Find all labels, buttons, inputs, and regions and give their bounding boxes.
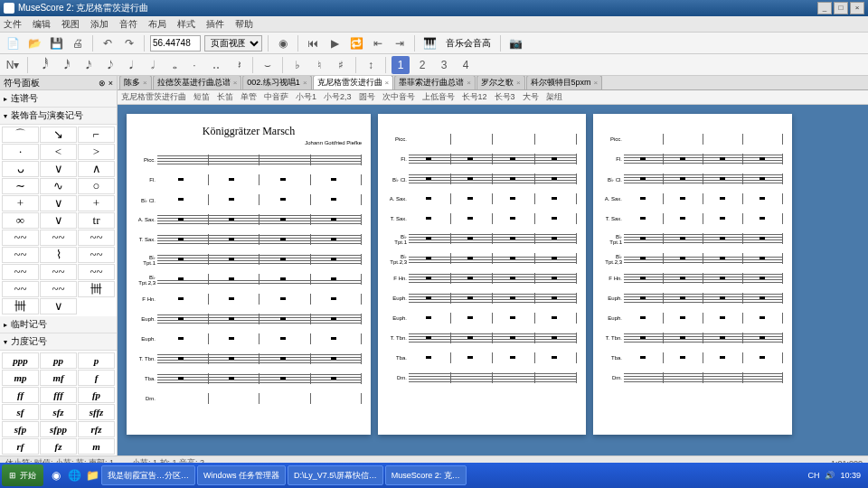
dynamic-m[interactable]: m <box>78 438 115 455</box>
ornament-23[interactable]: ~~ <box>78 247 115 263</box>
tray-icon[interactable]: 🔊 <box>825 471 835 480</box>
dynamic-p[interactable]: p <box>78 352 115 369</box>
part-单管[interactable]: 单管 <box>241 91 257 103</box>
voice-3-button[interactable]: 3 <box>435 56 453 74</box>
concert-pitch-button[interactable]: 音乐会音高 <box>442 37 495 50</box>
part-长笛[interactable]: 长笛 <box>217 91 233 103</box>
metronome-icon[interactable]: ◉ <box>274 34 292 52</box>
ornament-4[interactable]: < <box>40 144 77 160</box>
zoom-input[interactable] <box>150 35 201 52</box>
dynamic-fff[interactable]: fff <box>40 387 77 403</box>
menu-edit[interactable]: 编辑 <box>33 18 51 31</box>
part-短笛[interactable]: 短笛 <box>193 91 210 103</box>
tab-close-icon[interactable]: × <box>233 79 238 87</box>
quick-launch-2[interactable]: 🌐 <box>65 466 83 484</box>
part-小号2,3[interactable]: 小号2,3 <box>324 91 352 103</box>
ornament-0[interactable]: ⌒ <box>2 127 39 143</box>
double-dot-icon[interactable]: ‥ <box>207 56 225 74</box>
tab-科尔顿特目5pxm[interactable]: 科尔顿特目5pxm× <box>526 76 603 89</box>
dynamic-f[interactable]: f <box>78 370 115 386</box>
new-file-icon[interactable]: 📄 <box>4 34 22 52</box>
dynamic-rfz[interactable]: rfz <box>78 421 115 437</box>
tab-拉德茨基进行曲总谱[interactable]: 拉德茨基进行曲总谱× <box>153 76 242 89</box>
dynamic-ff[interactable]: ff <box>2 387 39 403</box>
palette-section-dynamics[interactable]: 力度记号 <box>0 333 117 351</box>
ornament-2[interactable]: ⌐ <box>78 127 115 143</box>
voice-2-button[interactable]: 2 <box>413 56 431 74</box>
note-16-icon[interactable]: 𝅘𝅥𝅯 <box>77 56 95 74</box>
part-长号12[interactable]: 长号12 <box>462 91 487 103</box>
dynamic-fp[interactable]: fp <box>78 387 115 403</box>
ornament-1[interactable]: ↘ <box>40 127 77 143</box>
tab-close-icon[interactable]: × <box>385 79 390 87</box>
dynamic-sfpp[interactable]: sfpp <box>40 421 77 437</box>
note-64-icon[interactable]: 𝅘𝅥𝅱 <box>33 56 52 74</box>
dynamic-mp[interactable]: mp <box>2 370 39 386</box>
ornament-15[interactable]: ∞ <box>2 212 39 229</box>
ornament-14[interactable]: + <box>78 195 115 211</box>
ornament-6[interactable]: ᴗ <box>2 161 39 177</box>
dynamic-ppp[interactable]: ppp <box>2 352 39 369</box>
sharp-icon[interactable]: ♯ <box>332 56 350 74</box>
tab-002.练习视唱1[interactable]: 002.练习视唱1× <box>242 76 311 89</box>
print-icon[interactable]: 🖨 <box>69 34 87 52</box>
score-viewport[interactable]: Königgrätzer Marsch Johann Gottfried Pie… <box>118 105 868 455</box>
tab-陈多[interactable]: 陈多× <box>119 76 152 89</box>
redo-icon[interactable]: ↷ <box>120 34 138 52</box>
menu-help[interactable]: 帮助 <box>235 18 253 31</box>
ornament-12[interactable]: + <box>2 195 39 211</box>
rewind-icon[interactable]: ⏮ <box>304 34 322 52</box>
ornament-19[interactable]: ~~ <box>40 230 77 246</box>
note-2-icon[interactable]: 𝅗𝅥 <box>142 56 160 74</box>
minimize-button[interactable]: _ <box>817 2 832 14</box>
ornament-28[interactable]: ~~ <box>40 281 77 297</box>
save-icon[interactable]: 💾 <box>47 34 65 52</box>
voice-4-button[interactable]: 4 <box>457 56 475 74</box>
palette-section-clefs[interactable]: 连谱号 <box>0 90 117 108</box>
dynamic-sfz[interactable]: sfz <box>40 404 77 420</box>
voice-1-button[interactable]: 1 <box>392 56 410 74</box>
menu-view[interactable]: 视图 <box>61 18 80 31</box>
start-button[interactable]: ⊞ 开始 <box>2 465 43 486</box>
ornament-7[interactable]: ∨ <box>40 161 77 177</box>
quick-launch-1[interactable]: ◉ <box>47 466 65 484</box>
part-上低音号[interactable]: 上低音号 <box>422 91 455 103</box>
ornament-25[interactable]: ~~ <box>40 264 77 280</box>
menu-file[interactable]: 文件 <box>4 18 22 31</box>
palette-close-icon[interactable]: ⊗ × <box>99 79 113 88</box>
flip-icon[interactable]: ↕ <box>362 56 380 74</box>
tab-close-icon[interactable]: × <box>467 79 471 87</box>
part-小号1[interactable]: 小号1 <box>296 91 316 103</box>
note-input-icon[interactable]: N▾ <box>4 56 22 74</box>
close-button[interactable]: × <box>850 2 864 14</box>
ornament-26[interactable]: ~~ <box>78 264 115 280</box>
palette-section-time[interactable]: 临时记号 <box>0 316 117 333</box>
maximize-button[interactable]: □ <box>834 2 848 14</box>
part-次中音号[interactable]: 次中音号 <box>382 91 415 103</box>
quick-launch-3[interactable]: 📁 <box>83 466 101 484</box>
part-中音萨[interactable]: 中音萨 <box>264 91 288 103</box>
tab-close-icon[interactable]: × <box>594 79 599 87</box>
tie-icon[interactable]: ⌣ <box>259 56 277 74</box>
lang-indicator[interactable]: CH <box>807 471 819 480</box>
ornament-16[interactable]: ∨ <box>40 212 77 229</box>
menu-add[interactable]: 添加 <box>90 18 108 31</box>
ornament-5[interactable]: > <box>78 144 115 160</box>
menu-layout[interactable]: 布局 <box>148 18 166 31</box>
ornament-18[interactable]: ~~ <box>2 230 39 246</box>
dynamic-sfp[interactable]: sfp <box>2 421 39 437</box>
dot-icon[interactable]: · <box>185 56 203 74</box>
play-icon[interactable]: ▶ <box>326 34 344 52</box>
ornament-10[interactable]: ∿ <box>40 178 77 194</box>
loop-in-icon[interactable]: ⇤ <box>369 34 387 52</box>
tab-close-icon[interactable]: × <box>303 79 307 87</box>
dynamic-pp[interactable]: pp <box>40 352 77 369</box>
ornament-29[interactable]: 卌 <box>78 281 115 297</box>
ornament-22[interactable]: ⌇ <box>40 247 77 263</box>
dynamic-sffz[interactable]: sffz <box>78 404 115 420</box>
ornament-8[interactable]: ∧ <box>78 161 115 177</box>
dynamic-sf[interactable]: sf <box>2 404 39 420</box>
tab-罗尔之歌[interactable]: 罗尔之歌× <box>476 76 525 89</box>
camera-icon[interactable]: 📷 <box>506 34 524 52</box>
tab-close-icon[interactable]: × <box>516 79 521 87</box>
